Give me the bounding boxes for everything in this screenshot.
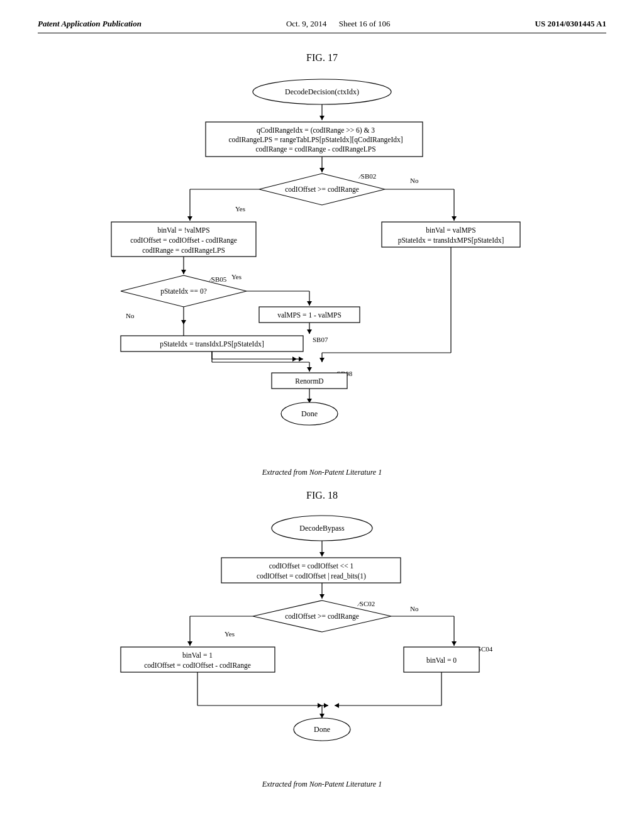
page-header: Patent Application Publication Oct. 9, 2… bbox=[38, 19, 606, 33]
svg-text:binVal = !valMPS: binVal = !valMPS bbox=[157, 226, 209, 234]
fig17-title: FIG. 17 bbox=[306, 52, 338, 64]
fig18-flowchart: DecodeBypass ∕SC01 codIOffset = codIOffs… bbox=[38, 511, 606, 775]
svg-marker-18 bbox=[187, 216, 192, 221]
svg-text:Done: Done bbox=[314, 725, 330, 734]
svg-marker-32 bbox=[181, 270, 186, 274]
header-date: Oct. 9, 2014 bbox=[286, 19, 326, 28]
svg-marker-64 bbox=[307, 367, 312, 372]
page: Patent Application Publication Oct. 9, 2… bbox=[0, 0, 644, 830]
svg-text:binVal = 0: binVal = 0 bbox=[426, 656, 457, 664]
svg-text:RenormD: RenormD bbox=[295, 377, 323, 385]
svg-marker-42 bbox=[307, 301, 312, 306]
diagram-area: FIG. 17 DecodeDecision(ctxIdx) ∕SB01 qCo… bbox=[38, 52, 606, 802]
svg-text:binVal = 1: binVal = 1 bbox=[182, 651, 213, 659]
svg-text:codIOffset = codIOffset - codI: codIOffset = codIOffset - codIRange bbox=[130, 236, 237, 245]
svg-marker-3 bbox=[319, 116, 325, 120]
svg-text:No: No bbox=[126, 312, 135, 319]
svg-text:∕SB05: ∕SB05 bbox=[209, 275, 227, 283]
svg-marker-58 bbox=[292, 357, 297, 362]
fig17-caption: Extracted from Non-Patent Literature 1 bbox=[262, 468, 382, 477]
svg-text:valMPS = 1 - valMPS: valMPS = 1 - valMPS bbox=[277, 311, 341, 319]
svg-text:pStateIdx == 0?: pStateIdx == 0? bbox=[160, 287, 207, 296]
svg-text:codIRange = codIRangeLPS: codIRange = codIRangeLPS bbox=[142, 246, 225, 255]
svg-marker-75 bbox=[319, 552, 325, 556]
svg-text:No: No bbox=[410, 605, 419, 612]
fig17-flowchart: DecodeDecision(ctxIdx) ∕SB01 qCodIRangeI… bbox=[38, 73, 606, 463]
svg-marker-39 bbox=[181, 320, 186, 324]
svg-text:∕SB02: ∕SB02 bbox=[358, 172, 376, 180]
svg-text:codIOffset >= codIRange: codIOffset >= codIRange bbox=[285, 612, 359, 621]
svg-text:codIOffset = codIOffset << 1: codIOffset = codIOffset << 1 bbox=[269, 562, 354, 570]
header-patent-number: US 2014/0301445 A1 bbox=[535, 19, 606, 29]
svg-text:No: No bbox=[410, 177, 419, 184]
fig18-title: FIG. 18 bbox=[306, 490, 338, 501]
svg-text:pStateIdx = transIdxMPS[pState: pStateIdx = transIdxMPS[pStateIdx] bbox=[398, 236, 504, 245]
svg-marker-104 bbox=[324, 703, 328, 708]
svg-text:∕SC02: ∕SC02 bbox=[357, 600, 375, 607]
svg-text:qCodIRangeIdx = (codIRange >> : qCodIRangeIdx = (codIRange >> 6) & 3 bbox=[257, 126, 375, 135]
svg-marker-89 bbox=[187, 641, 192, 646]
svg-text:binVal = valMPS: binVal = valMPS bbox=[426, 226, 475, 234]
svg-marker-107 bbox=[335, 703, 339, 708]
svg-text:DecodeBypass: DecodeBypass bbox=[299, 524, 345, 533]
svg-marker-109 bbox=[319, 714, 325, 718]
svg-text:Yes: Yes bbox=[235, 205, 245, 213]
svg-marker-92 bbox=[452, 641, 457, 646]
svg-text:Done: Done bbox=[301, 409, 318, 418]
svg-text:Yes: Yes bbox=[225, 630, 235, 638]
header-date-sheet: Oct. 9, 2014 Sheet 16 of 106 bbox=[286, 19, 391, 29]
svg-text:codIRange = codIRange - codIRa: codIRange = codIRange - codIRangeLPS bbox=[255, 145, 375, 153]
header-sheet: Sheet 16 of 106 bbox=[339, 19, 391, 28]
svg-marker-81 bbox=[319, 594, 325, 599]
svg-text:Yes: Yes bbox=[231, 273, 242, 280]
fig18-caption: Extracted from Non-Patent Literature 1 bbox=[262, 780, 382, 789]
svg-text:SB07: SB07 bbox=[313, 336, 328, 343]
svg-marker-102 bbox=[318, 703, 322, 708]
svg-marker-10 bbox=[319, 168, 325, 172]
svg-text:pStateIdx = transIdxLPS[pState: pStateIdx = transIdxLPS[pStateIdx] bbox=[160, 340, 264, 348]
svg-marker-60 bbox=[299, 357, 303, 362]
svg-text:DecodeDecision(ctxIdx): DecodeDecision(ctxIdx) bbox=[285, 87, 359, 96]
svg-text:codIRangeLPS = rangeTabLPS[pSt: codIRangeLPS = rangeTabLPS[pStateIdx][qC… bbox=[228, 136, 402, 144]
svg-marker-47 bbox=[307, 329, 312, 334]
header-publication: Patent Application Publication bbox=[38, 19, 142, 29]
svg-text:codIOffset >= codIRange: codIOffset >= codIRange bbox=[285, 185, 359, 194]
svg-text:codIOffset = codIOffset - codI: codIOffset = codIOffset - codIRange bbox=[144, 661, 251, 670]
svg-text:codIOffset = codIOffset | read: codIOffset = codIOffset | read_bits(1) bbox=[257, 572, 366, 580]
svg-marker-55 bbox=[319, 358, 325, 362]
svg-marker-21 bbox=[452, 216, 457, 221]
